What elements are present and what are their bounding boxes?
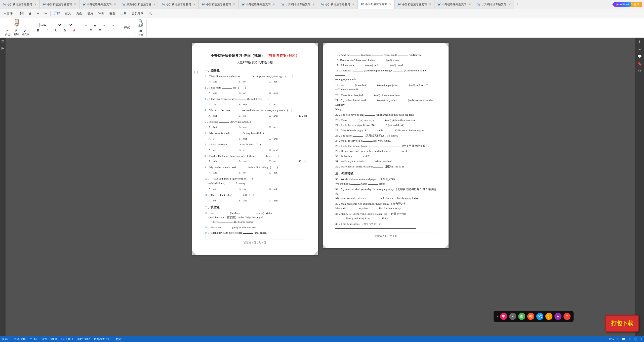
tab-close-7[interactable]: ✕	[273, 3, 275, 6]
search-button[interactable]: 🔍	[147, 11, 154, 16]
align-center-button[interactable]: ☰	[91, 24, 99, 27]
menu-start[interactable]: 开始	[52, 11, 62, 16]
tab-6[interactable]: W 小升初语法专题复习 ✕	[199, 0, 238, 9]
menu-file[interactable]: ≡ 文件	[2, 11, 15, 16]
tab-10-active[interactable]: W 小升初语法专题复 ✕	[358, 0, 395, 9]
view-mode-print[interactable]: 🖨	[628, 337, 631, 340]
tab-close[interactable]: ✕	[34, 3, 36, 6]
status-check: 校对	[116, 337, 122, 341]
font-size-select[interactable]: 12	[63, 23, 73, 27]
tab-12[interactable]: W 小升初语法专题复习 ✕	[434, 0, 474, 9]
tab-close-2[interactable]: ✕	[74, 3, 76, 6]
sidebar-icon-1[interactable]: ☰	[1, 40, 5, 44]
tab-label-12: 小升初语法专题复习	[442, 3, 467, 6]
share-toutiao[interactable]: T	[564, 313, 571, 320]
replace-button[interactable]: ⇄替换	[137, 28, 145, 37]
word-icon-4: W	[122, 3, 126, 7]
tab-close-9[interactable]: ✕	[352, 3, 354, 6]
right-icon-4[interactable]: 🔖	[637, 62, 642, 66]
toolbar-undo[interactable]: ↩	[35, 11, 41, 16]
tab-13[interactable]: W 小升初语法专题复习 ✕	[474, 0, 514, 9]
q-p2-30: 30．Is that hot cold?	[335, 154, 436, 159]
tab-close-10[interactable]: ✕	[389, 3, 391, 6]
font-family-select[interactable]: 宋体	[39, 23, 62, 27]
share-txvideo[interactable]: ▶	[554, 313, 561, 320]
tab-9[interactable]: W 小升初语法专题复习 ✕	[318, 0, 358, 9]
share-icon-2[interactable]: ✦	[509, 313, 516, 320]
view-mode-web[interactable]: 🌐	[634, 337, 637, 341]
menu-view[interactable]: 视图	[107, 11, 117, 16]
tab-1[interactable]: W 小升初语法专题复习 ✕	[0, 0, 40, 9]
bullets-button[interactable]: ☰	[87, 28, 95, 32]
left-sidebar: ☰ ▶	[0, 38, 6, 342]
tab-label: 小升初语法专题复习	[7, 3, 32, 6]
toolbar-print[interactable]: 🖨	[27, 11, 34, 16]
underline-button[interactable]: U	[52, 28, 60, 33]
view-mode-outline[interactable]: ≡	[640, 337, 642, 340]
menu-reference[interactable]: 引用	[85, 11, 95, 16]
right-icon-1[interactable]: ⬆	[638, 40, 641, 44]
q-p2-17: 17．I don't have (some) milk (and) bread.	[335, 63, 436, 68]
move-handle[interactable]: ⋮⋮	[193, 70, 199, 75]
bold-button[interactable]: B	[34, 28, 42, 33]
tab-5[interactable]: W 小升初语法专题复习 ✕	[159, 0, 199, 9]
align-right-button[interactable]: ≡	[100, 24, 108, 27]
zoom-in-button[interactable]: +	[617, 337, 618, 341]
strikethrough-button[interactable]: S	[61, 28, 69, 33]
menu-review[interactable]: 审阅	[96, 11, 106, 16]
tab-label-5: 小升初语法专题复习	[166, 3, 191, 6]
tab-close-12[interactable]: ✕	[469, 3, 471, 6]
zoom-out-button[interactable]: −	[602, 337, 604, 341]
tab-close-8[interactable]: ✕	[312, 3, 315, 6]
right-icon-5[interactable]: ⚙	[638, 69, 641, 73]
tab-close-5[interactable]: ✕	[193, 3, 195, 6]
tab-close-11[interactable]: ✕	[429, 3, 431, 6]
options-3: A．and B．but C．or	[209, 102, 305, 107]
share-qqzone[interactable]: Q+	[545, 313, 552, 320]
font-color-button[interactable]: A	[70, 28, 78, 33]
share-wechat[interactable]: 圈	[518, 313, 525, 320]
ribbon-paste[interactable]: 📋粘贴	[13, 19, 21, 28]
menu-page[interactable]: 页面	[74, 11, 84, 16]
right-sidebar: ⬆ ☁ 💬 🔖 ⚙	[635, 38, 644, 342]
download-badge[interactable]: 打包下载	[605, 315, 639, 332]
numbering-button[interactable]: ☰	[96, 28, 104, 32]
question-11: 11． The elephant is big tall.（ ）	[205, 193, 305, 197]
share-weibo[interactable]: 微	[527, 313, 534, 320]
tab-7[interactable]: W 小升初语法专题复习 ✕	[238, 0, 278, 9]
sidebar-icon-2[interactable]: ▶	[2, 46, 4, 50]
find-button[interactable]: 🔍查找	[137, 19, 145, 28]
italic-button[interactable]: I	[43, 28, 51, 33]
right-icon-2[interactable]: ☁	[638, 47, 641, 51]
menu-tools[interactable]: 工具	[118, 11, 129, 16]
wps-ai-button[interactable]: ✨ WPS AI	[613, 2, 631, 7]
menu-insert[interactable]: 插入	[63, 11, 73, 16]
toolbar-redo[interactable]: ↪	[42, 11, 49, 16]
ribbon-copy[interactable]: ⎘复制	[12, 28, 20, 37]
tab-11[interactable]: W 小升初语法专题复习 ✕	[395, 0, 434, 9]
styles-button[interactable]: 样式	[121, 25, 133, 31]
menu-member[interactable]: 会员专享	[130, 11, 146, 16]
tab-close-6[interactable]: ✕	[233, 3, 235, 6]
tab-close-4[interactable]: ✕	[153, 3, 156, 6]
align-left-button[interactable]: ≡	[82, 24, 90, 27]
line-spacing-button[interactable]: ↕	[105, 28, 113, 32]
status-words: 字数: 3782	[77, 337, 90, 341]
q-p2-37: 37．I can hear some... （两句合并为一句）	[335, 222, 436, 226]
tab-4[interactable]: W 最新小升初语法专题 ✕	[119, 0, 159, 9]
right-icon-3[interactable]: 💬	[637, 54, 642, 59]
tab-8[interactable]: W 小升初语法专题复习 ✕	[278, 0, 318, 9]
tab-2[interactable]: W 小升初语法专题复习 ✕	[40, 0, 79, 9]
share-qq[interactable]: QQ	[536, 313, 543, 320]
justify-button[interactable]: ≡	[109, 24, 117, 27]
toolbar-save[interactable]: 💾	[18, 11, 26, 16]
tab-close-3[interactable]: ✕	[114, 3, 116, 6]
new-tab-button[interactable]: +	[514, 2, 521, 7]
ribbon-cut[interactable]: ✂剪切	[4, 28, 12, 37]
q-p2-23: 23．There (be) any boys (and) girls in th…	[335, 118, 436, 122]
view-mode-read[interactable]: 📖	[622, 337, 625, 341]
tab-3[interactable]: W 小升初语法专题复习 ✕	[79, 0, 119, 9]
ribbon-format-painter[interactable]: 🖌格式刷	[21, 28, 30, 37]
share-sina[interactable]: 中	[500, 313, 507, 320]
tab-close-13[interactable]: ✕	[508, 3, 511, 6]
